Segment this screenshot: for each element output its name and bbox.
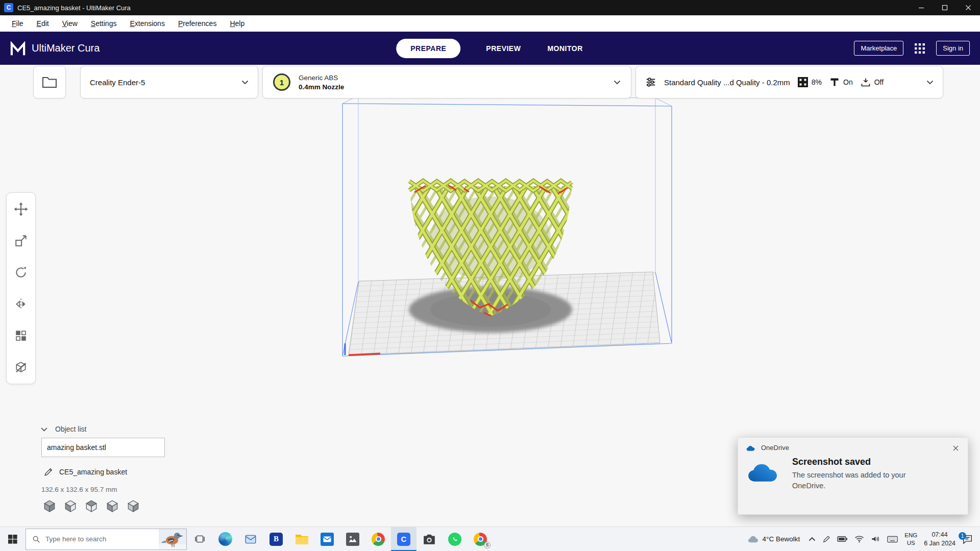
view-front-icon[interactable] [63, 499, 78, 513]
hidden-icons-chevron[interactable] [808, 537, 816, 541]
camera-icon [423, 533, 436, 545]
close-button[interactable] [957, 0, 980, 15]
tab-monitor[interactable]: MONITOR [546, 39, 583, 58]
clock[interactable]: 07:44 6 Jan 2024 [924, 531, 955, 548]
folder-icon [42, 76, 57, 89]
taskbar-search[interactable]: Type here to search [26, 529, 187, 550]
apps-grid-icon[interactable] [915, 43, 925, 54]
weather-widget[interactable]: 4°C Bewolkt [745, 535, 802, 543]
minimize-icon [918, 5, 924, 11]
chevron-down-icon [614, 80, 621, 85]
view-right-icon[interactable] [126, 499, 140, 513]
menu-file[interactable]: File [5, 17, 30, 30]
infill-setting: 8% [798, 77, 822, 87]
taskbar-app-whatsapp[interactable] [442, 527, 468, 551]
ultimaker-mark-icon [9, 41, 27, 56]
model-dimensions: 132.6 x 132.6 x 95.7 mm [41, 486, 117, 493]
close-icon [965, 5, 971, 11]
title-bar: C CE5_amazing basket - UltiMaker Cura [0, 0, 980, 15]
menu-help[interactable]: Help [223, 17, 251, 30]
taskbar-app-photos[interactable] [340, 527, 365, 551]
material-name: Generic ABS [299, 74, 344, 82]
onedrive-small-icon [746, 444, 756, 452]
taskbar-app-chrome[interactable] [365, 527, 391, 551]
action-center-button[interactable]: 1 [962, 534, 976, 544]
support-blocker-icon [14, 361, 28, 374]
taskbar-app-cura[interactable]: C [391, 527, 416, 551]
object-list-title: Object list [55, 425, 86, 433]
notification-title: Screenshot saved [792, 457, 905, 467]
taskbar-app-camera[interactable] [416, 527, 442, 551]
taskbar-app-file-explorer[interactable] [289, 527, 314, 551]
menu-extensions[interactable]: Extensions [123, 17, 172, 30]
tool-move[interactable] [13, 202, 29, 217]
maximize-button[interactable] [933, 0, 957, 15]
view-3d-icon[interactable] [42, 499, 57, 513]
move-icon [14, 202, 28, 216]
search-placeholder: Type here to search [45, 535, 106, 543]
marketplace-button[interactable]: Marketplace [854, 41, 903, 56]
print-settings-selector[interactable]: Standard Quality ...d Quality - 0.2mm 8%… [635, 66, 943, 98]
extruder-number: 1 [280, 78, 284, 87]
view-left-icon[interactable] [105, 499, 119, 513]
mirror-icon [14, 297, 28, 311]
language-indicator[interactable]: ENG US [904, 532, 917, 547]
tool-scale[interactable] [13, 233, 29, 248]
tab-preview[interactable]: PREVIEW [485, 39, 522, 58]
taskbar-app-outlook[interactable] [314, 527, 340, 551]
stage-tabs: PREPARE PREVIEW MONITOR [396, 39, 584, 58]
cura-app-icon: C [4, 3, 13, 12]
printer-selector[interactable]: Creality Ender-5 [80, 66, 258, 98]
taskbar-app-chrome-profile[interactable]: S [468, 527, 493, 551]
volume-tray-icon[interactable] [871, 535, 880, 543]
open-file-button[interactable] [33, 66, 66, 98]
rotate-icon [14, 266, 28, 279]
object-list-item[interactable]: amazing basket.stl [41, 438, 165, 457]
object-list-toggle[interactable]: Object list [41, 425, 86, 433]
search-highlight-bird-image[interactable] [159, 529, 186, 549]
per-model-settings-icon [14, 329, 28, 342]
start-button[interactable] [0, 527, 26, 551]
menu-settings[interactable]: Settings [84, 17, 124, 30]
scale-icon [14, 234, 28, 247]
menu-edit[interactable]: Edit [30, 17, 56, 30]
material-selector[interactable]: 1 Generic ABS 0.4mm Nozzle [262, 66, 631, 98]
chevron-down-icon [241, 80, 249, 85]
tool-rotate[interactable] [13, 265, 29, 280]
sign-in-button[interactable]: Sign in [936, 41, 970, 56]
menu-preferences[interactable]: Preferences [172, 17, 224, 30]
task-view-button[interactable] [187, 527, 212, 551]
window-title: CE5_amazing basket - UltiMaker Cura [17, 4, 131, 12]
ultimaker-logo: UltiMaker Cura [9, 41, 100, 56]
app-header: UltiMaker Cura PREPARE PREVIEW MONITOR M… [0, 32, 980, 65]
mail-icon [244, 533, 257, 546]
speaker-icon [871, 535, 880, 543]
sliders-icon [645, 77, 656, 88]
minimize-button[interactable] [910, 0, 933, 15]
tool-per-model-settings[interactable] [13, 328, 29, 343]
battery-tray-icon[interactable] [837, 536, 848, 542]
whatsapp-icon [448, 533, 461, 546]
taskbar-app-b[interactable]: B [263, 527, 289, 551]
whatsapp-phone-glyph [451, 535, 459, 543]
onedrive-notification: OneDrive Screenshot saved The screenshot… [738, 437, 968, 515]
printer-name: Creality Ender-5 [90, 78, 145, 87]
tab-prepare[interactable]: PREPARE [396, 39, 460, 58]
outlook-icon [321, 533, 334, 546]
taskbar-app-edge[interactable] [212, 527, 238, 551]
notification-close-button[interactable] [950, 442, 961, 454]
touch-keyboard-tray-icon[interactable] [887, 536, 898, 543]
pen-tray-icon[interactable] [822, 535, 830, 543]
taskbar-app-mail[interactable] [238, 527, 263, 551]
wifi-icon [854, 535, 864, 543]
job-name-row[interactable]: CE5_amazing basket [44, 467, 127, 477]
pencil-icon [44, 467, 53, 477]
menu-view[interactable]: View [56, 17, 84, 30]
tool-mirror[interactable] [13, 296, 29, 312]
tool-support-blocker[interactable] [13, 360, 29, 375]
network-tray-icon[interactable] [854, 535, 864, 543]
support-value: On [843, 78, 853, 86]
view-top-icon[interactable] [84, 499, 99, 513]
onedrive-cloud-logo [747, 460, 783, 483]
adhesion-setting: Off [861, 77, 884, 87]
